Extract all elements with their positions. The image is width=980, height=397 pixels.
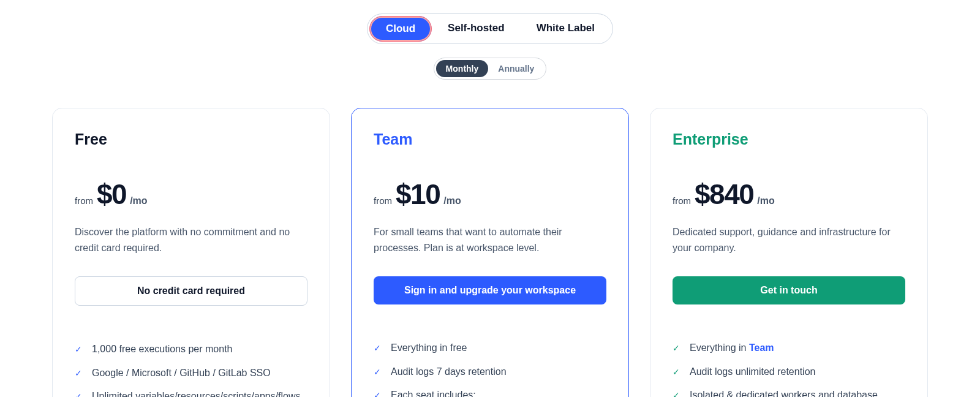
deploy-option-white-label[interactable]: White Label xyxy=(521,16,611,42)
price-amount: $0 xyxy=(97,178,126,211)
feature-item: ✓Each seat includes: xyxy=(374,384,606,397)
check-icon: ✓ xyxy=(673,341,681,355)
plan-name: Team xyxy=(374,130,606,148)
price-amount: $10 xyxy=(396,178,440,211)
price-per: /mo xyxy=(443,195,461,206)
cta-enterprise[interactable]: Get in touch xyxy=(673,276,905,304)
feature-item: ✓Everything in free xyxy=(374,336,606,360)
price-from: from xyxy=(673,195,691,206)
billing-option-annually[interactable]: Annually xyxy=(488,60,544,77)
feature-list: ✓1,000 free executions per month ✓Google… xyxy=(75,338,307,397)
feature-item: ✓ Everything in Team xyxy=(673,336,905,360)
billing-option-monthly[interactable]: Monthly xyxy=(436,60,489,77)
feature-item: ✓1,000 free executions per month xyxy=(75,338,307,361)
plan-name: Enterprise xyxy=(673,130,905,148)
plan-description: Dedicated support, guidance and infrastr… xyxy=(673,224,905,255)
feature-item: ✓Audit logs 7 days retention xyxy=(374,360,606,384)
pricing-cards: Free from $0 /mo Discover the platform w… xyxy=(0,108,980,397)
plan-card-enterprise: Enterprise from $840 /mo Dedicated suppo… xyxy=(650,108,928,397)
check-icon: ✓ xyxy=(75,342,83,356)
plan-description: For small teams that want to automate th… xyxy=(374,224,606,255)
price-per: /mo xyxy=(130,195,147,206)
check-icon: ✓ xyxy=(374,388,382,397)
plan-name: Free xyxy=(75,130,307,148)
check-icon: ✓ xyxy=(75,366,83,380)
cta-team[interactable]: Sign in and upgrade your workspace xyxy=(374,276,606,304)
check-icon: ✓ xyxy=(673,388,681,397)
feature-item: ✓Isolated & dedicated workers and databa… xyxy=(673,384,905,397)
plan-price: from $10 /mo xyxy=(374,178,606,211)
feature-list: ✓ Everything in Team ✓Audit logs unlimit… xyxy=(673,336,905,397)
check-icon: ✓ xyxy=(374,365,382,379)
plan-description: Discover the platform with no commitment… xyxy=(75,224,307,255)
deploy-option-cloud[interactable]: Cloud xyxy=(369,16,432,42)
feature-item: ✓Unlimited variables/resources/scripts/a… xyxy=(75,385,307,397)
feature-item: ✓Audit logs unlimited retention xyxy=(673,360,905,384)
check-icon: ✓ xyxy=(75,390,83,397)
feature-list: ✓Everything in free ✓Audit logs 7 days r… xyxy=(374,336,606,397)
plan-card-free: Free from $0 /mo Discover the platform w… xyxy=(52,108,330,397)
link-team-plan[interactable]: Team xyxy=(749,342,774,353)
billing-toggle: Monthly Annually xyxy=(434,58,547,80)
plan-card-team: Team from $10 /mo For small teams that w… xyxy=(351,108,629,397)
price-per: /mo xyxy=(757,195,774,206)
deployment-toggle: Cloud Self-hosted White Label xyxy=(367,13,613,44)
check-icon: ✓ xyxy=(673,365,681,379)
deploy-option-self-hosted[interactable]: Self-hosted xyxy=(432,16,521,42)
check-icon: ✓ xyxy=(374,341,382,355)
feature-item: ✓Google / Microsoft / GitHub / GitLab SS… xyxy=(75,361,307,385)
plan-price: from $0 /mo xyxy=(75,178,307,211)
price-from: from xyxy=(374,195,392,206)
plan-price: from $840 /mo xyxy=(673,178,905,211)
price-from: from xyxy=(75,195,93,206)
price-amount: $840 xyxy=(695,178,753,211)
cta-free[interactable]: No credit card required xyxy=(75,276,307,306)
